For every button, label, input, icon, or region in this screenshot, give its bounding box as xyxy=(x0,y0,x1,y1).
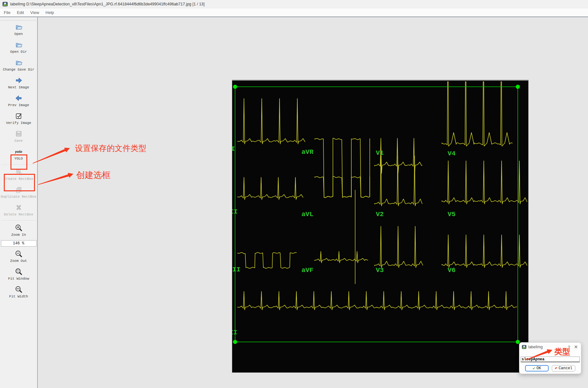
toolbar-separator xyxy=(2,221,36,221)
toolbar-button-save: Save xyxy=(1,128,37,146)
lead-label-aVF: aVF xyxy=(301,267,314,274)
open-dir-folder-icon xyxy=(14,41,23,49)
label-name-input[interactable] xyxy=(521,357,580,362)
lead-label-III: III xyxy=(232,266,240,273)
label-dialog-titlebar: labelImg ? ✕ xyxy=(519,343,581,351)
lead-label-I: I xyxy=(232,145,235,153)
cancel-undo-icon: ↶ xyxy=(555,366,557,371)
zoom-level-spinbox[interactable]: 146 % xyxy=(1,240,37,247)
lead-label-V5: V5 xyxy=(448,211,456,218)
toolbar-label-change-save-dir: Change Save Dir xyxy=(3,68,34,71)
save-floppy-icon xyxy=(14,130,23,138)
toolbar-label-create-rectbox: Create RectBox xyxy=(4,177,33,181)
toolbar-button-zoom-out[interactable]: Zoom Out xyxy=(1,248,37,266)
verify-check-icon xyxy=(14,112,23,120)
toolbar-button-fit-width[interactable]: Fit Width xyxy=(1,284,37,302)
toolbar-label-duplicate-rectbox: Duplicate RectBox xyxy=(1,195,36,199)
menu-item-view[interactable]: View xyxy=(27,9,42,16)
delete-x-icon xyxy=(14,203,23,212)
lead-label-V1: V1 xyxy=(376,149,384,157)
menu-bar: FileEditViewHelp xyxy=(0,8,588,17)
lead-label-V6: V6 xyxy=(448,267,456,274)
selection-handle-bottom-left[interactable] xyxy=(233,340,237,344)
menu-item-edit[interactable]: Edit xyxy=(14,9,27,16)
main-area: OpenOpen DirChange Save DirNext ImagePre… xyxy=(0,17,588,388)
toolbar-button-delete-rectbox: Delete RectBox xyxy=(1,202,37,220)
toolbar-label-fit-window: Fit Window xyxy=(8,277,29,281)
toolbar-label-save: Save xyxy=(14,139,23,143)
toolbar-separator xyxy=(2,165,36,165)
ok-button-label: OK xyxy=(537,366,541,371)
toolbar-label-verify-image: Verify Image xyxy=(6,121,31,125)
toolbar-button-duplicate-rectbox: Duplicate RectBox xyxy=(1,184,37,202)
labelimg-logo-icon xyxy=(3,2,8,7)
toolbar-label-open-dir: Open Dir xyxy=(10,50,27,54)
title-bar: labelImg D:\SleepApneaDetection_v8\TestF… xyxy=(0,0,588,8)
toolbar-button-create-rectbox: Create RectBox xyxy=(1,167,37,184)
lead-label-II-rhythm: II xyxy=(232,329,237,336)
dialog-help-button[interactable]: ? xyxy=(566,345,571,350)
toolbar-label-prev-image: Prev Image xyxy=(8,103,29,107)
toolbar-label-next-image: Next Image xyxy=(8,85,29,89)
open-folder-icon xyxy=(14,23,23,31)
toolbar-button-next-image[interactable]: Next Image xyxy=(1,75,37,93)
next-arrow-icon xyxy=(14,76,23,85)
lead-label-aVL: aVL xyxy=(301,211,314,218)
zoom-in-icon xyxy=(14,224,23,232)
labelimg-window: { "window": { "title": "labelImg D:\\Sle… xyxy=(0,0,588,388)
lead-label-V4: V4 xyxy=(448,150,456,157)
toolbar-label-save-format: YOLO xyxy=(14,157,23,160)
labelimg-logo-icon-small xyxy=(522,345,526,349)
toolbar: OpenOpen DirChange Save DirNext ImagePre… xyxy=(0,17,38,388)
lead-label-aVR: aVR xyxy=(301,148,314,156)
label-dialog-title: labelImg xyxy=(528,345,564,349)
toolbar-label-zoom-in: Zoom In xyxy=(11,233,26,237)
prev-arrow-icon xyxy=(14,94,23,102)
toolbar-button-prev-image[interactable]: Prev Image xyxy=(1,93,37,111)
zoom-out-icon xyxy=(14,250,23,258)
ok-check-icon: ✔ xyxy=(533,366,535,371)
menu-item-help[interactable]: Help xyxy=(42,9,57,16)
label-dialog: labelImg ? ✕ ✔ OK ↶ Cancel xyxy=(519,342,581,374)
toolbar-button-fit-window[interactable]: Fit Window xyxy=(1,266,37,284)
cancel-button[interactable]: ↶ Cancel xyxy=(552,365,575,371)
selection-handle-top-right[interactable] xyxy=(516,85,520,89)
menu-item-file[interactable]: File xyxy=(1,9,14,16)
toolbar-button-zoom-in[interactable]: Zoom In xyxy=(1,222,37,240)
ecg-image-canvas[interactable]: I aVR V1 V4 II aVL V2 V5 III aVF V3 V6 I… xyxy=(232,80,528,372)
window-title: labelImg D:\SleepApneaDetection_v8\TestF… xyxy=(10,2,205,6)
toolbar-label-zoom-out: Zoom Out xyxy=(10,259,27,263)
ok-button[interactable]: ✔ OK xyxy=(525,365,549,371)
fit-window-icon xyxy=(14,268,23,276)
lead-label-V3: V3 xyxy=(376,267,384,274)
dialog-buttons: ✔ OK ↶ Cancel xyxy=(519,365,581,371)
selection-handle-top-left[interactable] xyxy=(233,85,237,89)
dialog-close-icon[interactable]: ✕ xyxy=(573,344,578,350)
toolbar-button-open[interactable]: Open xyxy=(1,22,37,39)
image-top-border xyxy=(232,80,528,81)
toolbar-button-save-format[interactable]: yoloYOLO xyxy=(1,146,37,164)
yolo-text-icon: yolo xyxy=(14,147,23,156)
create-rectbox-icon xyxy=(14,168,23,176)
toolbar-label-delete-rectbox: Delete RectBox xyxy=(4,213,33,216)
toolbar-label-fit-width: Fit Width xyxy=(9,295,28,298)
cancel-button-label: Cancel xyxy=(559,366,572,371)
lead-label-V2: V2 xyxy=(376,211,384,218)
toolbar-button-verify-image[interactable]: Verify Image xyxy=(1,111,37,128)
toolbar-button-open-dir[interactable]: Open Dir xyxy=(1,39,37,57)
toolbar-button-change-save-dir[interactable]: Change Save Dir xyxy=(1,57,37,75)
toolbar-label-open: Open xyxy=(14,32,23,36)
duplicate-rectbox-icon xyxy=(14,186,23,194)
change-save-dir-folder-icon xyxy=(14,58,23,67)
fit-width-icon xyxy=(14,285,23,294)
